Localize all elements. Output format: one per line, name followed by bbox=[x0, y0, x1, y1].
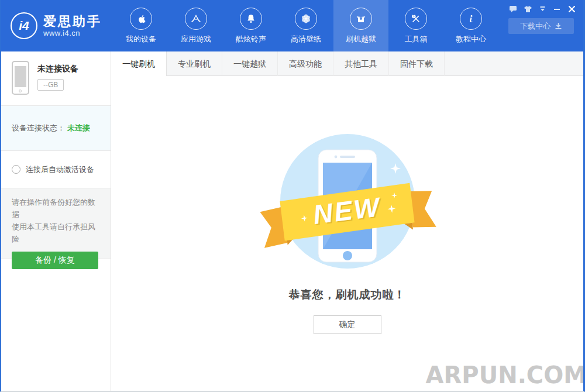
minimize-icon[interactable] bbox=[552, 5, 562, 13]
warning-line-2: 使用本工具请自行承担风险 bbox=[12, 221, 100, 245]
nav-item-wallpapers[interactable]: 高清壁纸 bbox=[278, 0, 333, 51]
tab-firmware-download[interactable]: 固件下载 bbox=[389, 51, 445, 76]
tab-one-click-jailbreak[interactable]: 一键越狱 bbox=[222, 51, 278, 76]
download-center-button[interactable]: 下载中心 bbox=[508, 18, 574, 34]
nav-label: 刷机越狱 bbox=[346, 34, 376, 44]
device-title: 未连接设备 bbox=[37, 64, 78, 74]
download-center-label: 下载中心 bbox=[520, 21, 550, 32]
confirm-button[interactable]: 确定 bbox=[314, 315, 381, 334]
jailbreak-box-icon bbox=[350, 8, 372, 30]
app-url: www.i4.cn bbox=[43, 29, 102, 37]
toolbox-icon bbox=[405, 8, 427, 30]
window-controls bbox=[508, 0, 579, 13]
tab-bar: 一键刷机 专业刷机 一键越狱 高级功能 其他工具 固件下载 bbox=[111, 51, 583, 76]
nav-label: 教程中心 bbox=[456, 34, 486, 44]
phone-device-icon bbox=[12, 61, 29, 95]
feedback-icon[interactable] bbox=[508, 5, 518, 13]
nav-item-apps-games[interactable]: 应用游戏 bbox=[168, 0, 223, 51]
sidebar: 未连接设备 --GB 设备连接状态： 未连接 连接后自动激活设备 请在操作前备份… bbox=[1, 51, 111, 391]
success-message: 恭喜您，刷机成功啦！ bbox=[289, 287, 406, 302]
appstore-icon bbox=[185, 8, 207, 30]
skin-theme-icon[interactable] bbox=[523, 5, 532, 13]
brand: i4 爱思助手 www.i4.cn bbox=[1, 0, 113, 51]
app-name: 爱思助手 bbox=[43, 15, 102, 29]
wallpaper-icon bbox=[295, 8, 317, 30]
tab-one-click-flash[interactable]: 一键刷机 bbox=[111, 51, 167, 77]
download-icon bbox=[555, 22, 562, 30]
flash-success-panel: NEW NEW 恭喜您，刷机成功啦！ 确定 ARPUN.COM bbox=[111, 76, 583, 391]
main-nav: 我的设备 应用游戏 酷炫铃声 高清壁纸 bbox=[113, 0, 498, 51]
auto-activate-label: 连接后自动激活设备 bbox=[26, 164, 94, 175]
nav-label: 酷炫铃声 bbox=[236, 34, 266, 44]
nav-label: 应用游戏 bbox=[181, 34, 211, 44]
nav-label: 高清壁纸 bbox=[291, 34, 321, 44]
success-illustration: NEW NEW bbox=[248, 132, 447, 277]
sparkle-icon bbox=[266, 184, 275, 193]
nav-item-toolbox[interactable]: 工具箱 bbox=[388, 0, 443, 51]
header-right: 下载中心 bbox=[508, 0, 579, 34]
bell-icon bbox=[240, 8, 262, 30]
connection-status: 设备连接状态： 未连接 bbox=[1, 105, 111, 151]
device-info: 未连接设备 --GB bbox=[1, 51, 111, 105]
nav-item-ringtones[interactable]: 酷炫铃声 bbox=[223, 0, 278, 51]
apple-icon bbox=[130, 8, 152, 30]
nav-item-flash-jailbreak[interactable]: 刷机越狱 bbox=[333, 0, 388, 51]
tab-advanced-features[interactable]: 高级功能 bbox=[278, 51, 333, 76]
tab-other-tools[interactable]: 其他工具 bbox=[333, 51, 389, 76]
capacity-badge: --GB bbox=[37, 79, 64, 91]
warning-section: 请在操作前备份好您的数据 使用本工具请自行承担风险 备份 / 恢复 bbox=[1, 188, 111, 259]
auto-activate-radio[interactable] bbox=[12, 165, 20, 174]
logo-text: i4 bbox=[19, 19, 29, 33]
main-panel: 一键刷机 专业刷机 一键越狱 高级功能 其他工具 固件下载 bbox=[111, 51, 583, 391]
header: i4 爱思助手 www.i4.cn 我的设备 应用游戏 bbox=[1, 0, 583, 51]
tab-pro-flash[interactable]: 专业刷机 bbox=[167, 51, 222, 76]
nav-item-my-devices[interactable]: 我的设备 bbox=[113, 0, 168, 51]
nav-label: 我的设备 bbox=[126, 34, 156, 44]
backup-restore-button[interactable]: 备份 / 恢复 bbox=[12, 252, 98, 269]
nav-label: 工具箱 bbox=[405, 34, 428, 44]
warning-line-1: 请在操作前备份好您的数据 bbox=[12, 196, 100, 221]
status-label: 设备连接状态： bbox=[12, 123, 65, 133]
info-icon bbox=[460, 8, 482, 30]
i4-logo-icon: i4 bbox=[11, 12, 37, 39]
auto-activate-row: 连接后自动激活设备 bbox=[1, 151, 111, 188]
nav-item-tutorials[interactable]: 教程中心 bbox=[443, 0, 498, 51]
app-window: i4 爱思助手 www.i4.cn 我的设备 应用游戏 bbox=[0, 0, 585, 392]
close-icon[interactable] bbox=[567, 5, 576, 13]
status-value: 未连接 bbox=[67, 123, 90, 133]
menu-caret-icon[interactable] bbox=[538, 5, 547, 13]
watermark: ARPUN.COM bbox=[426, 362, 585, 388]
